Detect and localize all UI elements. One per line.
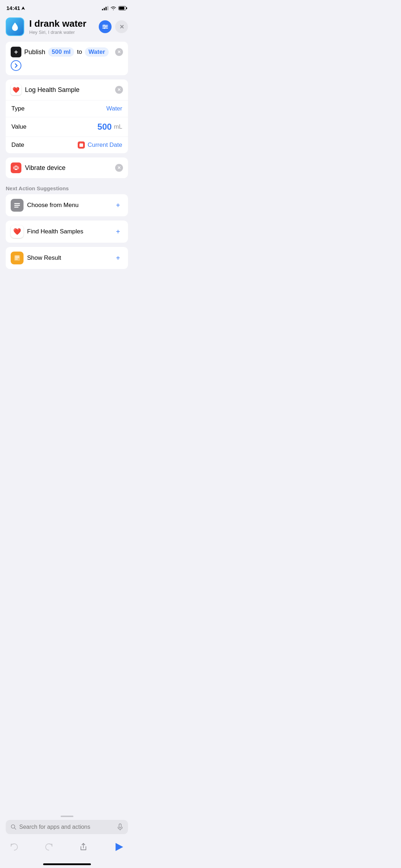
calendar-icon: [78, 141, 85, 149]
value-number: 500: [97, 122, 112, 132]
next-actions-header: Next Action Suggestions: [0, 182, 134, 194]
svg-rect-11: [79, 144, 83, 145]
vibrate-close-button[interactable]: ✕: [115, 164, 123, 172]
svg-rect-17: [14, 205, 20, 206]
header-actions: ✕: [99, 20, 128, 33]
log-close-button[interactable]: ✕: [115, 86, 123, 94]
svg-marker-0: [21, 6, 25, 10]
suggestion-choose-menu: Choose from Menu +: [6, 194, 128, 216]
value-row[interactable]: Value 500 mL: [6, 117, 128, 137]
wifi-icon: [110, 6, 116, 10]
publish-label: Publish: [24, 48, 45, 56]
svg-rect-22: [15, 256, 19, 257]
heart-emoji: ❤️: [12, 87, 20, 93]
signal-bars: [102, 6, 108, 10]
publish-close-button[interactable]: ✕: [115, 48, 123, 56]
svg-rect-3: [119, 7, 124, 10]
show-result-add-button[interactable]: +: [113, 253, 123, 263]
to-separator: to: [77, 48, 82, 56]
svg-point-9: [104, 27, 105, 29]
log-health-header: ❤️ Log Health Sample ✕: [6, 79, 128, 100]
tune-icon: [102, 24, 108, 30]
menu-suggestion-icon: [11, 199, 24, 212]
type-label: Type: [11, 105, 25, 112]
result-icon: [14, 254, 21, 262]
shortcut-title: I drank water: [29, 19, 94, 29]
svg-point-8: [105, 26, 107, 27]
svg-point-7: [103, 25, 105, 26]
suggestion-find-health: ❤️ Find Health Samples +: [6, 221, 128, 243]
show-result-label: Show Result: [27, 254, 109, 262]
health-suggestion-icon: ❤️: [11, 225, 24, 238]
menu-icon: [14, 202, 21, 209]
location-icon: [21, 6, 25, 10]
value-label: Value: [11, 123, 26, 130]
vibrate-card: Vibrate device ✕: [6, 157, 128, 178]
expand-button[interactable]: [11, 60, 21, 71]
suggestion-show-result-content: Show Result +: [6, 247, 128, 269]
svg-rect-15: [15, 166, 17, 169]
header-text: I drank water Hey Siri, I drank water: [29, 19, 94, 35]
suggestion-find-health-content: ❤️ Find Health Samples +: [6, 221, 128, 243]
svg-rect-21: [15, 259, 18, 259]
amount-pill[interactable]: 500 ml: [48, 47, 74, 57]
app-icon: [6, 17, 24, 36]
calendar-svg: [79, 143, 83, 147]
vibrate-svg: [13, 165, 19, 171]
type-row[interactable]: Type Water: [6, 100, 128, 117]
value-group: 500 mL: [97, 122, 122, 132]
svg-rect-16: [14, 203, 20, 204]
tune-button[interactable]: [99, 20, 112, 33]
publish-row: + Publish 500 ml to Water ✕: [11, 47, 123, 57]
date-label: Date: [11, 141, 24, 149]
find-health-add-button[interactable]: +: [113, 227, 123, 237]
date-row[interactable]: Date Current Date: [6, 137, 128, 153]
choose-menu-label: Choose from Menu: [27, 202, 109, 209]
close-button[interactable]: ✕: [115, 20, 128, 33]
suggestion-show-result: Show Result +: [6, 247, 128, 269]
svg-rect-2: [126, 7, 127, 9]
health-icon: ❤️: [11, 84, 21, 95]
publish-card: + Publish 500 ml to Water ✕: [6, 42, 128, 75]
siri-phrase: Hey Siri, I drank water: [29, 30, 94, 35]
date-value: Current Date: [78, 141, 122, 149]
suggestion-choose-menu-content: Choose from Menu +: [6, 194, 128, 216]
status-time: 14:41: [6, 5, 25, 11]
current-date-text: Current Date: [88, 141, 122, 149]
status-bar: 14:41: [0, 0, 134, 14]
find-health-label: Find Health Samples: [27, 228, 109, 235]
vibrate-content: Vibrate device ✕: [6, 157, 128, 178]
svg-rect-18: [14, 207, 19, 208]
water-drop-icon: [10, 22, 20, 32]
log-health-sample-card: ❤️ Log Health Sample ✕ Type Water Value …: [6, 79, 128, 153]
battery-icon: [118, 6, 127, 10]
vibrate-icon: [11, 162, 21, 173]
log-health-title: Log Health Sample: [25, 86, 112, 94]
value-unit: mL: [114, 123, 122, 130]
status-icons: [102, 6, 127, 10]
vibrate-label: Vibrate device: [25, 164, 112, 172]
heart-icon: ❤️: [13, 228, 21, 236]
publish-icon: +: [11, 47, 21, 57]
chevron-right-icon: [14, 63, 19, 68]
choose-menu-add-button[interactable]: +: [113, 200, 123, 210]
type-pill[interactable]: Water: [85, 47, 109, 57]
header: I drank water Hey Siri, I drank water ✕: [0, 14, 134, 42]
type-value: Water: [106, 105, 122, 112]
svg-rect-20: [15, 257, 19, 258]
result-suggestion-icon: [11, 252, 24, 264]
